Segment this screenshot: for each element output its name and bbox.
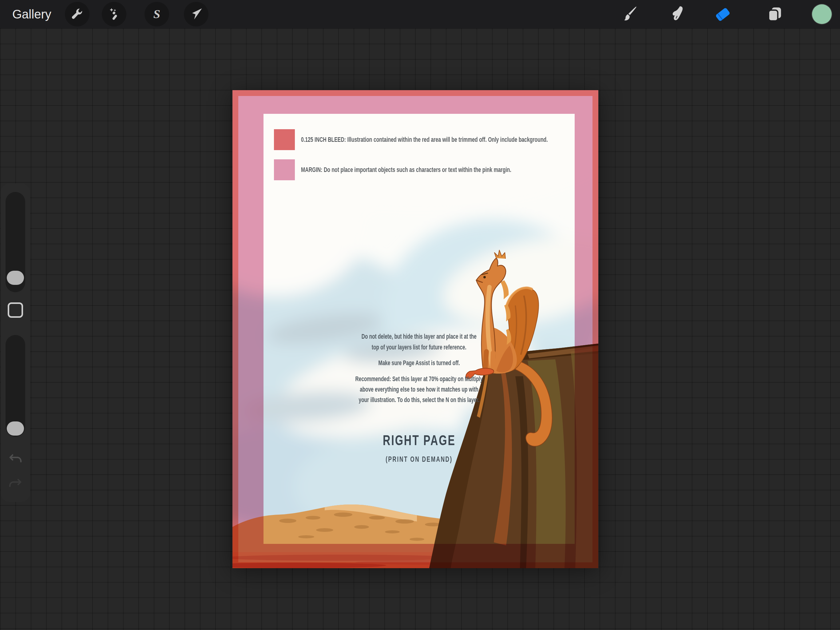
- redo-button[interactable]: [1, 475, 30, 491]
- undo-icon: [8, 453, 23, 464]
- color-swatch-button[interactable]: [810, 2, 834, 27]
- svg-text:S: S: [153, 7, 160, 21]
- workspace-grid: 0.125 INCH BLEED: Illustration contained…: [0, 28, 840, 630]
- brush-size-slider[interactable]: [6, 192, 25, 292]
- brush-size-handle[interactable]: [7, 271, 24, 285]
- artwork-canvas[interactable]: 0.125 INCH BLEED: Illustration contained…: [232, 90, 598, 568]
- sidebar-tool-panel: [1, 184, 30, 502]
- margin-swatch: [274, 159, 295, 180]
- wrench-icon: [70, 7, 84, 21]
- selection-s-icon: S: [150, 7, 164, 21]
- magic-wand-icon: [107, 7, 121, 21]
- paintbrush-icon: [621, 5, 638, 23]
- transform-arrow-icon: [189, 7, 203, 21]
- eraser-icon: [713, 5, 732, 24]
- layers-button[interactable]: [763, 2, 787, 27]
- procreate-app: Gallery S: [0, 0, 840, 630]
- active-color-swatch: [812, 4, 832, 24]
- paint-tool-button[interactable]: [617, 2, 642, 27]
- layers-icon: [766, 6, 783, 23]
- redo-icon: [8, 478, 23, 488]
- modify-button[interactable]: [1, 298, 30, 322]
- actions-button[interactable]: [65, 2, 90, 27]
- opacity-slider[interactable]: [6, 335, 25, 437]
- trim-page-area: [264, 114, 575, 544]
- gallery-button[interactable]: Gallery: [12, 0, 51, 28]
- erase-tool-button[interactable]: [710, 2, 735, 27]
- smudge-tool-button[interactable]: [665, 2, 689, 27]
- undo-button[interactable]: [1, 450, 30, 466]
- smudge-finger-icon: [668, 5, 686, 23]
- opacity-handle[interactable]: [7, 421, 24, 435]
- top-toolbar: Gallery S: [0, 0, 840, 28]
- selection-button[interactable]: S: [145, 2, 169, 27]
- transform-button[interactable]: [184, 2, 208, 27]
- bleed-swatch: [274, 129, 295, 150]
- modify-square-icon: [8, 302, 23, 318]
- adjustments-button[interactable]: [102, 2, 126, 27]
- template-overlay-layer: [232, 90, 598, 568]
